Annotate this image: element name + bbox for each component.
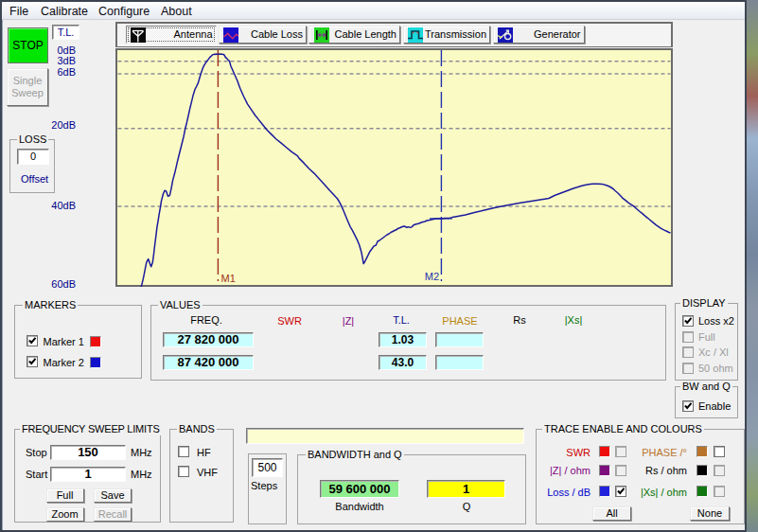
svg-text:M1: M1 [221, 273, 236, 284]
svg-text:M2: M2 [425, 271, 439, 282]
